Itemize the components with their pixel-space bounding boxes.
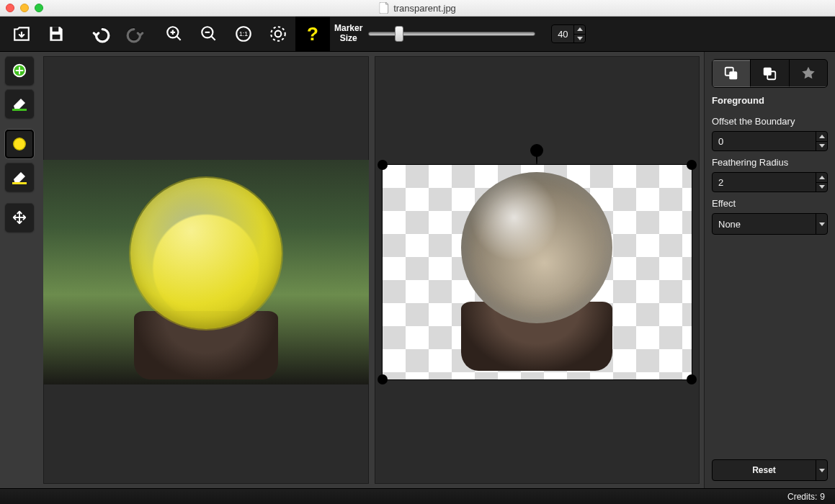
save-button[interactable] <box>39 17 73 51</box>
svg-text:1:1: 1:1 <box>239 30 248 37</box>
tab-foreground[interactable] <box>713 60 750 87</box>
crop-handle-br[interactable] <box>687 374 697 384</box>
slider-thumb[interactable] <box>395 26 403 42</box>
window-close-button[interactable] <box>6 4 14 12</box>
zoom-fit-button[interactable] <box>261 17 295 51</box>
tool-add-foreground[interactable] <box>5 56 34 85</box>
help-button[interactable]: ? <box>295 17 330 51</box>
window-zoom-button[interactable] <box>35 4 43 12</box>
credits-label: Credits: <box>787 492 817 502</box>
undo-button[interactable] <box>84 17 118 51</box>
window-minimize-button[interactable] <box>20 4 29 12</box>
title-bar: transparent.jpg <box>0 0 835 17</box>
marker-size-input[interactable] <box>552 25 573 42</box>
svg-rect-0 <box>53 27 59 32</box>
offset-step-down[interactable] <box>816 142 827 151</box>
sidebar-tabs <box>712 59 828 88</box>
offset-step-up[interactable] <box>816 132 827 142</box>
tool-move[interactable] <box>5 203 34 232</box>
main-toolbar: 1:1 ? Marker Size <box>0 17 835 52</box>
open-button[interactable] <box>4 17 39 51</box>
effect-label: Effect <box>712 198 828 209</box>
feather-step-up[interactable] <box>816 173 827 183</box>
zoom-in-button[interactable] <box>157 17 192 51</box>
feather-step-down[interactable] <box>816 183 827 192</box>
marker-size-step-up[interactable] <box>574 25 585 35</box>
tab-favorite[interactable] <box>789 60 827 87</box>
tool-erase-background[interactable] <box>5 163 34 192</box>
crop-handle-bl[interactable] <box>378 374 388 384</box>
reset-button[interactable]: Reset <box>713 460 816 480</box>
reset-control: Reset <box>712 459 828 481</box>
svg-rect-12 <box>12 182 27 184</box>
status-bar: Credits: 9 <box>0 488 835 504</box>
crop-handle-tr[interactable] <box>687 160 697 170</box>
tool-palette <box>0 52 39 488</box>
section-title: Foreground <box>712 95 828 106</box>
reset-dropdown-icon[interactable] <box>816 460 827 480</box>
tab-background[interactable] <box>750 60 788 87</box>
effect-value: None <box>713 214 816 234</box>
foreground-mask-shape <box>130 178 282 329</box>
marker-size-slider[interactable] <box>368 32 535 36</box>
crop-handle-tl[interactable] <box>378 160 388 170</box>
effect-select[interactable]: None <box>712 213 828 235</box>
feather-field[interactable]: 2 <box>712 172 828 192</box>
feather-value[interactable]: 2 <box>713 173 816 192</box>
tool-erase-foreground[interactable] <box>5 89 34 118</box>
source-canvas[interactable] <box>43 56 369 484</box>
window-filename: transparent.jpg <box>393 3 456 14</box>
svg-rect-14 <box>729 71 737 79</box>
result-canvas[interactable] <box>375 56 700 484</box>
effect-dropdown-icon[interactable] <box>816 214 827 234</box>
svg-point-6 <box>271 27 285 41</box>
feather-label: Feathering Radius <box>712 157 828 168</box>
zoom-out-button[interactable] <box>192 17 226 51</box>
svg-rect-10 <box>12 109 27 111</box>
properties-sidebar: Foreground Offset the Boundary 0 Feather… <box>704 52 835 488</box>
offset-field[interactable]: 0 <box>712 131 828 151</box>
rotate-handle[interactable] <box>530 144 543 157</box>
window-title: transparent.jpg <box>379 2 456 14</box>
redo-button[interactable] <box>118 17 153 51</box>
result-globe-shape <box>461 172 612 323</box>
result-crop-box[interactable] <box>382 164 693 380</box>
zoom-actual-button[interactable]: 1:1 <box>226 17 261 51</box>
marker-size-label: Marker Size <box>334 24 362 44</box>
offset-label: Offset the Boundary <box>712 116 828 127</box>
svg-text:?: ? <box>307 23 318 45</box>
svg-point-7 <box>275 31 282 37</box>
marker-size-field[interactable] <box>551 24 586 43</box>
svg-rect-1 <box>53 35 61 40</box>
file-icon <box>379 2 389 14</box>
credits-value: 9 <box>820 492 825 502</box>
svg-point-11 <box>14 138 26 150</box>
offset-value[interactable]: 0 <box>713 132 816 150</box>
marker-size-step-down[interactable] <box>574 35 585 43</box>
tool-mark-background[interactable] <box>5 130 34 158</box>
